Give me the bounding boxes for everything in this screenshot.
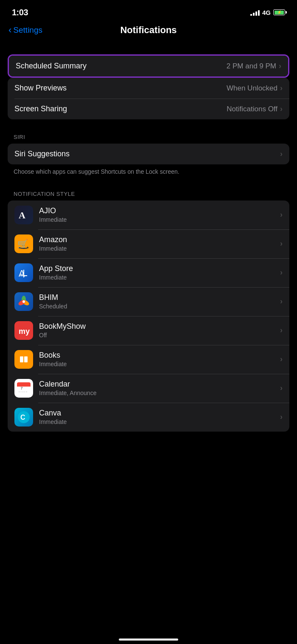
scheduled-summary-value: 2 PM and 9 PM	[227, 62, 276, 71]
status-bar: 1:03 4G ⚡	[0, 0, 297, 21]
chevron-icon: ›	[280, 210, 283, 219]
list-item[interactable]: A App Store Immediate ›	[8, 258, 289, 287]
app-name: BookMyShow	[39, 322, 280, 331]
list-item[interactable]: my BookMyShow Off ›	[8, 316, 289, 345]
siri-suggestions-row[interactable]: Siri Suggestions ›	[8, 144, 289, 164]
chevron-icon: ›	[280, 105, 283, 113]
chevron-icon: ›	[280, 355, 283, 364]
list-item[interactable]: BHIM Scheduled ›	[8, 287, 289, 316]
svg-rect-13	[20, 356, 23, 362]
scheduled-summary-row[interactable]: Scheduled Summary 2 PM and 9 PM ›	[9, 56, 288, 76]
scheduled-summary-highlighted: Scheduled Summary 2 PM and 9 PM ›	[8, 54, 289, 78]
list-item[interactable]: C Canva Immediate ›	[8, 403, 289, 432]
chevron-icon: ›	[280, 150, 283, 158]
show-previews-row[interactable]: Show Previews When Unlocked ›	[8, 78, 289, 99]
back-button[interactable]: ‹ Settings	[8, 25, 42, 35]
show-previews-value: When Unlocked	[227, 84, 277, 93]
notification-style-label: NOTIFICATION STYLE	[8, 191, 289, 201]
list-item[interactable]: Books Immediate ›	[8, 345, 289, 374]
svg-text:7: 7	[20, 386, 22, 390]
app-name: AJIO	[39, 206, 280, 215]
app-status: Immediate	[39, 418, 280, 425]
status-icons: 4G ⚡	[250, 9, 285, 16]
signal-bars-icon	[250, 9, 260, 16]
calendar-icon: · · · · · · · · · · 7	[14, 379, 33, 398]
app-name: Books	[39, 351, 280, 360]
svg-text:A: A	[19, 210, 25, 220]
chevron-icon: ›	[280, 384, 283, 393]
svg-rect-14	[24, 356, 28, 362]
home-indicator	[0, 633, 297, 644]
list-item[interactable]: A AJIO Immediate ›	[8, 201, 289, 229]
battery-icon: ⚡	[273, 9, 285, 15]
chevron-icon: ›	[280, 84, 283, 93]
list-item[interactable]: · · · · · · · · · · 7 Calendar Immediate…	[8, 374, 289, 403]
chevron-icon: ›	[280, 297, 283, 306]
app-status: Off	[39, 332, 280, 339]
screen-sharing-label: Screen Sharing	[14, 105, 67, 113]
network-type: 4G	[262, 9, 271, 16]
svg-rect-12	[18, 355, 29, 364]
siri-suggestions-label: Siri Suggestions	[14, 150, 70, 158]
siri-section: SIRI Siri Suggestions › Choose which app…	[8, 134, 289, 176]
general-settings-section: Show Previews When Unlocked › Screen Sha…	[8, 78, 289, 119]
status-time: 1:03	[12, 8, 28, 17]
chevron-icon: ›	[280, 326, 283, 335]
siri-hint: Choose which apps can suggest Shortcuts …	[8, 164, 289, 176]
ajio-icon: A	[14, 206, 33, 224]
app-status: Immediate	[39, 216, 280, 223]
app-status: Immediate	[39, 274, 280, 281]
svg-text:· · · · ·
            · · · · : · · · · · · · · · ·	[19, 390, 28, 394]
nav-header: ‹ Settings Notifications	[0, 21, 297, 44]
scheduled-summary-label: Scheduled Summary	[16, 62, 87, 71]
page-title: Notifications	[120, 25, 177, 36]
chevron-icon: ›	[280, 239, 283, 248]
bhim-icon	[14, 292, 33, 311]
app-status: Immediate, Announce	[39, 390, 280, 396]
list-item[interactable]: 🛒 Amazon Immediate ›	[8, 229, 289, 258]
app-name: Canva	[39, 409, 280, 418]
books-icon	[14, 350, 33, 369]
show-previews-label: Show Previews	[14, 84, 67, 93]
screen-sharing-row[interactable]: Screen Sharing Notifications Off ›	[8, 99, 289, 119]
siri-settings-group: Siri Suggestions ›	[8, 144, 289, 164]
svg-point-9	[22, 300, 25, 303]
appstore-icon: A	[14, 263, 33, 282]
siri-section-label: SIRI	[8, 134, 289, 144]
app-status: Immediate	[39, 245, 280, 252]
svg-text:🛒: 🛒	[17, 239, 28, 249]
bookmyshow-icon: my	[14, 321, 33, 340]
amazon-icon: 🛒	[14, 234, 33, 253]
app-name: BHIM	[39, 293, 280, 302]
back-chevron-icon: ‹	[8, 25, 11, 35]
app-name: Amazon	[39, 235, 280, 244]
screen-sharing-value: Notifications Off	[227, 105, 277, 113]
notification-style-section: NOTIFICATION STYLE A AJIO Immediate › 🛒	[8, 191, 289, 432]
app-name: Calendar	[39, 380, 280, 389]
svg-rect-17	[17, 385, 31, 387]
chevron-icon: ›	[279, 62, 281, 71]
general-settings-group: Show Previews When Unlocked › Screen Sha…	[8, 78, 289, 119]
chevron-icon: ›	[280, 412, 283, 421]
canva-icon: C	[14, 408, 33, 427]
svg-text:C: C	[20, 414, 25, 421]
app-name: App Store	[39, 264, 280, 273]
app-status: Immediate	[39, 361, 280, 367]
back-label: Settings	[13, 25, 42, 35]
svg-text:my: my	[19, 327, 30, 336]
chevron-icon: ›	[280, 268, 283, 277]
app-status: Scheduled	[39, 303, 280, 310]
app-list-group: A AJIO Immediate › 🛒 Amazon Immediate	[8, 201, 289, 432]
